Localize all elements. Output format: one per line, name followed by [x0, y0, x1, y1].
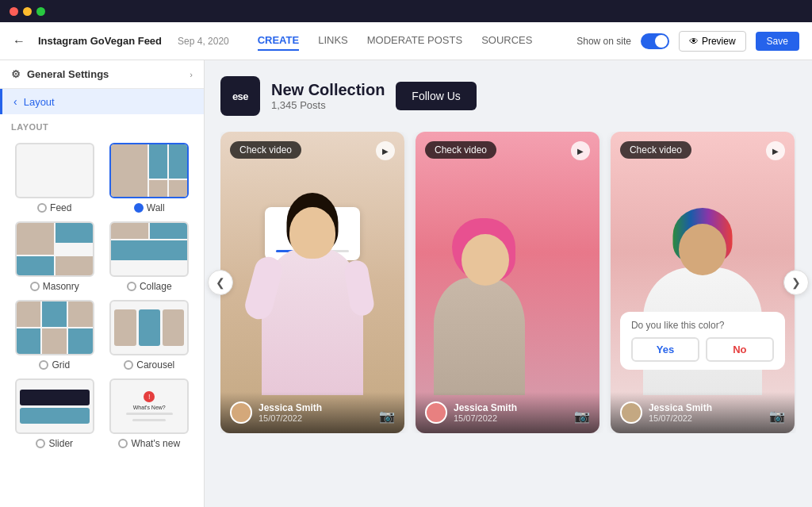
radio-whatsnew	[118, 439, 128, 448]
post-footer-3: Jessica Smith 15/07/2022 📷	[611, 392, 795, 433]
layout-label: Layout	[24, 96, 55, 108]
main-nav: CREATE LINKS MODERATE POSTS SOURCES	[258, 31, 533, 51]
play-icon-2: ▶	[571, 141, 590, 160]
general-settings-section[interactable]: ⚙ General Settings ›	[0, 60, 204, 89]
right-arrow-icon: ❯	[791, 276, 801, 289]
person-1	[220, 199, 404, 395]
post-date-3: 15/07/2022	[649, 413, 712, 423]
layout-thumb-carousel	[109, 300, 189, 355]
chevron-left-icon: ‹	[13, 95, 17, 108]
poll-no-button[interactable]: No	[706, 337, 774, 362]
head-1	[289, 207, 335, 259]
avatar-2	[425, 401, 447, 424]
radio-wall	[134, 203, 144, 213]
head-2	[462, 234, 509, 286]
collection-posts-count: 1,345 Posts	[271, 99, 385, 111]
layout-thumb-whatsnew: ! What's New?	[109, 378, 189, 434]
play-icon-3: ▶	[766, 141, 785, 160]
feed-title: Instagram GoVegan Feed	[38, 35, 162, 47]
layout-slider-label: Slider	[48, 438, 73, 449]
post-card-2[interactable]: Check video ▶	[416, 132, 599, 433]
content-area: ese New Collection 1,345 Posts Follow Us…	[205, 60, 812, 507]
collection-logo: ese	[220, 76, 260, 116]
whatsnew-bar2	[132, 419, 166, 421]
left-arrow-icon: ❮	[216, 276, 225, 289]
torso-1	[262, 248, 363, 395]
collection-header: ese New Collection 1,345 Posts Follow Us	[220, 76, 796, 116]
header-actions: Show on site 👁 Preview Save	[576, 31, 799, 52]
instagram-icon-3: 📷	[769, 409, 785, 424]
chevron-right-icon: ›	[190, 70, 193, 79]
user-name-1: Jessica Smith	[259, 402, 322, 413]
show-on-site-toggle[interactable]	[641, 33, 669, 49]
gear-icon: ⚙	[11, 68, 21, 80]
gloves-left-1	[242, 254, 285, 322]
nav-sources[interactable]: SOURCES	[481, 31, 532, 51]
radio-carousel	[124, 360, 133, 370]
layout-option-feed[interactable]: Feed	[11, 143, 98, 213]
layout-section-item[interactable]: ‹ Layout	[0, 89, 204, 114]
whatsnew-text: What's New?	[133, 405, 166, 410]
maximize-dot[interactable]	[36, 7, 45, 16]
layout-thumb-masonry	[15, 221, 94, 277]
layout-option-grid[interactable]: Grid	[11, 300, 98, 371]
radio-masonry	[30, 282, 40, 291]
layout-option-masonry[interactable]: Masonry	[11, 221, 98, 292]
layout-thumb-grid	[15, 300, 94, 355]
whatsnew-badge: !	[144, 391, 155, 402]
post-user-2: Jessica Smith 15/07/2022	[425, 401, 517, 424]
poll-yes-button[interactable]: Yes	[631, 337, 699, 362]
follow-button[interactable]: Follow Us	[396, 82, 476, 110]
radio-feed	[37, 203, 47, 213]
collection-info: New Collection 1,345 Posts	[271, 81, 385, 111]
head-3	[679, 224, 726, 275]
layout-option-slider[interactable]: Slider	[11, 378, 98, 449]
user-name-2: Jessica Smith	[454, 402, 517, 413]
layout-option-wall[interactable]: Wall	[106, 143, 193, 213]
avatar-3	[620, 401, 642, 424]
layout-feed-label: Feed	[50, 202, 71, 213]
posts-row: Check video ▶ Like red? 😊	[220, 132, 796, 433]
collection-title: New Collection	[271, 81, 385, 99]
layout-thumb-slider	[15, 378, 94, 434]
layout-wall-label: Wall	[147, 202, 165, 213]
minimize-dot[interactable]	[23, 7, 32, 16]
layout-option-whatsnew[interactable]: ! What's New? What's new	[106, 378, 193, 449]
post-card-3[interactable]: Check video ▶ Do you like this	[611, 132, 795, 433]
play-icon-1: ▶	[376, 141, 395, 160]
radio-slider	[36, 439, 45, 448]
person-figure-2	[416, 199, 599, 395]
general-settings-label: General Settings	[27, 68, 109, 80]
next-post-arrow[interactable]: ❯	[783, 270, 809, 295]
post-date-2: 15/07/2022	[454, 413, 517, 423]
person-figure-1	[220, 199, 404, 395]
sidebar: ⚙ General Settings › ‹ Layout LAYOUT	[0, 60, 205, 507]
poll-options-3: Yes No	[631, 337, 774, 362]
back-arrow[interactable]: ←	[13, 34, 25, 48]
user-name-3: Jessica Smith	[649, 402, 712, 413]
preview-button[interactable]: 👁 Preview	[679, 31, 746, 52]
post-footer-2: Jessica Smith 15/07/2022 📷	[416, 392, 599, 433]
post-badge-1: Check video	[230, 141, 301, 159]
eye-icon: 👁	[689, 36, 699, 47]
nav-links[interactable]: LINKS	[318, 31, 348, 51]
layout-option-collage[interactable]: Collage	[106, 221, 193, 292]
post-card-1[interactable]: Check video ▶ Like red? 😊	[220, 132, 404, 433]
nav-moderate[interactable]: MODERATE POSTS	[367, 31, 462, 51]
poll-overlay-3: Do you like this color? Yes No	[620, 312, 785, 370]
nav-create[interactable]: CREATE	[258, 31, 299, 51]
close-dot[interactable]	[10, 7, 18, 16]
layout-whatsnew-label: What's new	[131, 438, 180, 449]
person-2	[416, 199, 599, 395]
radio-grid	[39, 360, 48, 370]
instagram-icon-1: 📷	[379, 409, 395, 424]
prev-post-arrow[interactable]: ❮	[208, 270, 233, 295]
layout-option-carousel[interactable]: Carousel	[106, 300, 193, 371]
feed-date: Sep 4, 2020	[178, 36, 229, 47]
save-button[interactable]: Save	[756, 32, 799, 51]
post-badge-2: Check video	[425, 141, 496, 159]
instagram-icon-2: 📷	[574, 409, 590, 424]
radio-collage	[127, 282, 136, 291]
layout-thumb-collage	[109, 221, 189, 277]
post-user-3: Jessica Smith 15/07/2022	[620, 401, 712, 424]
